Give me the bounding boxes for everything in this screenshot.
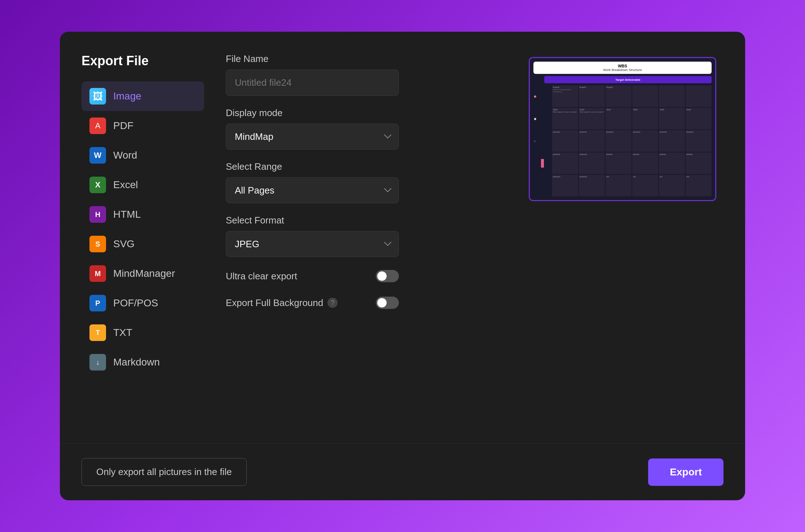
sidebar-label-markdown: Markdown	[113, 356, 160, 368]
select-format-select[interactable]: JPEG PNG WebP GIF	[226, 231, 399, 257]
wbs-proc-r4-4: process	[632, 152, 658, 174]
html-icon: H	[89, 206, 106, 223]
export-button[interactable]: Export	[648, 458, 723, 486]
sidebar: Export File 🖼 Image A PDF W Word X Excel…	[82, 53, 204, 443]
wbs-task-2: Task2Work assigned to a team to complete	[579, 108, 605, 129]
export-bg-row: Export Full Background ?	[226, 295, 399, 310]
wbs-proc-r4-1: process2	[552, 152, 578, 174]
file-name-input[interactable]	[226, 70, 399, 96]
mindmanager-icon: M	[89, 265, 106, 282]
export-bg-toggle[interactable]	[376, 297, 399, 309]
sidebar-item-txt[interactable]: T TXT	[82, 318, 204, 347]
select-range-wrapper: All Pages Current Page Selected Range	[226, 177, 399, 203]
sidebar-title: Export File	[82, 53, 204, 68]
wbs-purple-bar: Target Deliverable	[544, 76, 712, 83]
wbs-task-6: Task2	[686, 108, 712, 129]
wbs-task-5: Task1	[659, 108, 685, 129]
wbs-cell-2: Project2	[579, 85, 605, 107]
file-name-group: File Name	[226, 53, 500, 96]
sidebar-label-mindmanager: MindManager	[113, 268, 175, 279]
sidebar-label-word: Word	[113, 150, 137, 161]
sidebar-item-pof[interactable]: P POF/POS	[82, 288, 204, 318]
txt-icon: T	[89, 324, 106, 341]
wbs-cell-3: Project3	[606, 85, 632, 107]
wbs-proc-3: process1	[606, 130, 632, 152]
pdf-icon: A	[89, 118, 106, 134]
sidebar-item-mindmanager[interactable]: M MindManager	[82, 259, 204, 288]
wbs-proc-r4-2: process2	[579, 152, 605, 174]
wbs-title-main: WBS	[535, 64, 710, 68]
wbs-grid: 🎯 Project1a piece of information written…	[533, 85, 712, 196]
wbs-proc-r5-6: nox	[686, 175, 712, 196]
sidebar-label-excel: Excel	[113, 179, 138, 191]
file-name-label: File Name	[226, 53, 500, 65]
wbs-title-box: WBS Work Breakdown Structure	[533, 62, 712, 74]
ultra-clear-toggle[interactable]	[376, 270, 399, 282]
select-range-select[interactable]: All Pages Current Page Selected Range	[226, 177, 399, 203]
modal-body: Export File 🖼 Image A PDF W Word X Excel…	[60, 32, 745, 443]
sidebar-item-pdf[interactable]: A PDF	[82, 111, 204, 141]
display-mode-select[interactable]: MindMap Outline Gantt Table	[226, 124, 399, 150]
wbs-task-3: Task1	[606, 108, 632, 129]
svg-icon: S	[89, 236, 106, 252]
wbs-preview: WBS Work Breakdown Structure Target Deli…	[530, 58, 715, 200]
wbs-proc-r4-6: process	[686, 152, 712, 174]
export-modal: Export File 🖼 Image A PDF W Word X Excel…	[60, 32, 745, 500]
pof-icon: P	[89, 295, 106, 311]
wbs-pink-marker	[541, 159, 544, 168]
wbs-row-icon-project: 🎯	[533, 85, 551, 107]
sidebar-item-word[interactable]: W Word	[82, 141, 204, 170]
sidebar-label-pdf: PDF	[113, 120, 133, 132]
wbs-proc-r5-3: nox	[606, 175, 632, 196]
sidebar-label-svg: SVG	[113, 238, 135, 250]
wbs-row-icon-task: 📋	[533, 108, 551, 129]
select-format-label: Select Format	[226, 215, 500, 226]
excel-icon: X	[89, 177, 106, 193]
wbs-proc-r5-4: nox	[632, 175, 658, 196]
wbs-proc-r4-3: process	[606, 152, 632, 174]
ultra-clear-label: Ultra clear export	[226, 271, 297, 282]
wbs-proc-1: process1	[552, 130, 578, 152]
sidebar-item-svg[interactable]: S SVG	[82, 229, 204, 259]
wbs-proc-r5-2: process3	[579, 175, 605, 196]
markdown-icon: ↓	[89, 354, 106, 371]
sidebar-item-html[interactable]: H HTML	[82, 200, 204, 229]
wbs-row-icon-empty	[533, 175, 551, 196]
modal-footer: Only export all pictures in the file Exp…	[60, 443, 745, 500]
wbs-cell-4	[632, 85, 658, 107]
export-pictures-button[interactable]: Only export all pictures in the file	[82, 458, 247, 486]
wbs-cell-1: Project1a piece of information written s…	[552, 85, 578, 107]
select-range-group: Select Range All Pages Current Page Sele…	[226, 161, 500, 203]
wbs-proc-r5-5: nox	[659, 175, 685, 196]
sidebar-label-pof: POF/POS	[113, 297, 158, 309]
wbs-proc-6: process1	[686, 130, 712, 152]
main-content: File Name Display mode MindMap Outline G…	[204, 53, 522, 443]
preview-box: WBS Work Breakdown Structure Target Deli…	[529, 57, 716, 201]
sidebar-label-image: Image	[113, 90, 141, 102]
sidebar-item-image[interactable]: 🖼 Image	[82, 81, 204, 111]
export-bg-help-icon[interactable]: ?	[327, 298, 338, 308]
word-icon: W	[89, 147, 106, 164]
wbs-row-icon-pink	[533, 152, 551, 174]
ultra-clear-row: Ultra clear export	[226, 269, 399, 284]
wbs-row-icon-process: ⚙	[533, 130, 551, 152]
form-section: File Name Display mode MindMap Outline G…	[226, 53, 500, 443]
preview-panel: WBS Work Breakdown Structure Target Deli…	[522, 53, 723, 443]
wbs-proc-r4-5: process	[659, 152, 685, 174]
wbs-cell-5	[659, 85, 685, 107]
wbs-task-1: Task1Work assigned to a team to complete	[552, 108, 578, 129]
wbs-proc-4: process1	[632, 130, 658, 152]
sidebar-label-html: HTML	[113, 209, 141, 220]
image-icon: 🖼	[89, 88, 106, 105]
sidebar-item-excel[interactable]: X Excel	[82, 170, 204, 200]
wbs-proc-5: process1	[659, 130, 685, 152]
sidebar-label-txt: TXT	[113, 327, 132, 338]
display-mode-label: Display mode	[226, 107, 500, 119]
select-range-label: Select Range	[226, 161, 500, 172]
select-format-group: Select Format JPEG PNG WebP GIF	[226, 215, 500, 257]
sidebar-item-markdown[interactable]: ↓ Markdown	[82, 347, 204, 377]
wbs-cell-6	[686, 85, 712, 107]
wbs-proc-r5-1: process3	[552, 175, 578, 196]
wbs-task-4: Task2	[632, 108, 658, 129]
display-mode-wrapper: MindMap Outline Gantt Table	[226, 124, 399, 150]
